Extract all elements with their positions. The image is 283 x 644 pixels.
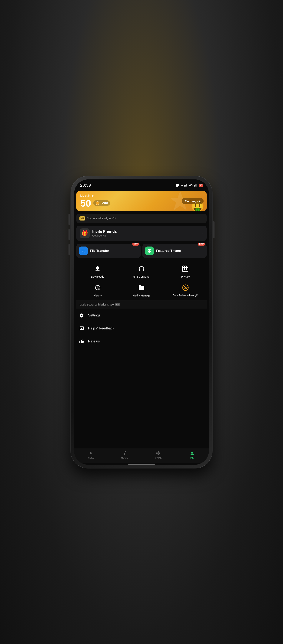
help-feedback-label: Help & Feedback — [88, 326, 114, 330]
chevron-right-icon: › — [202, 231, 203, 236]
vip-badge: VIP — [79, 216, 85, 220]
signal-icon — [184, 184, 188, 186]
whatsapp-icon — [176, 184, 179, 187]
download-icon — [93, 264, 102, 274]
featured-theme-card[interactable]: NEW Featured Theme — [142, 244, 207, 258]
featured-theme-label: Featured Theme — [156, 249, 181, 253]
coin-banner[interactable]: My coin 50 +200 🤑 Exchange ▶ — [76, 191, 207, 211]
svg-text:AD: AD — [184, 287, 188, 289]
coin-amount: 50 — [80, 198, 91, 208]
exchange-button[interactable]: Exchange ▶ — [182, 198, 204, 204]
file-transfer-icon — [79, 246, 88, 255]
battery-icon: 18 — [199, 184, 203, 187]
svg-rect-7 — [196, 184, 197, 186]
mp3-converter-label: MP3 Converter — [133, 275, 150, 278]
help-feedback-item[interactable]: Help & Feedback — [74, 322, 209, 335]
rate-us-item[interactable]: Rate us — [74, 335, 209, 348]
invite-text: Invite Friends Get free vip — [92, 229, 117, 237]
invite-title: Invite Friends — [92, 229, 117, 234]
phone-screen: 20:39 •• 4G — [74, 180, 209, 465]
phone-frame: 20:39 •• 4G — [71, 176, 212, 468]
tab-me[interactable]: ME — [175, 450, 209, 459]
svg-rect-3 — [187, 184, 187, 186]
file-transfer-label: File Transfer — [90, 249, 109, 253]
svg-rect-9 — [184, 268, 185, 270]
game-tab-icon — [155, 450, 161, 456]
tab-me-label: ME — [190, 457, 194, 459]
adfree-label: Get a 24-hour ad-free gift — [173, 294, 198, 297]
svg-rect-0 — [184, 185, 185, 186]
ad-banner: Music player with lyrics-Muso AD — [76, 300, 207, 309]
vip-banner: VIP You are already a VIP — [76, 214, 207, 223]
mp3-converter-item[interactable]: MP3 Converter — [120, 262, 164, 280]
svg-rect-4 — [194, 185, 195, 186]
vip-text: You are already a VIP — [87, 217, 116, 220]
invite-left: 🎁 Invite Friends Get free vip — [80, 228, 117, 238]
privacy-label: Privacy — [181, 275, 190, 278]
coin-bonus: +200 — [93, 200, 110, 206]
downloads-item[interactable]: Downloads — [76, 262, 120, 280]
settings-list: Settings Help & Feedback — [74, 309, 209, 348]
tab-video-label: VIDEO — [88, 457, 95, 459]
privacy-item[interactable]: Privacy — [163, 262, 207, 280]
tab-bar: VIDEO MUSIC GAME — [74, 448, 209, 463]
adfree-item[interactable]: AD Get a 24-hour ad-free gift — [163, 280, 207, 299]
main-content: My coin 50 +200 🤑 Exchange ▶ — [74, 190, 209, 465]
new-badge: NEW — [198, 243, 205, 246]
tab-music-label: MUSIC — [121, 457, 128, 459]
svg-rect-10 — [186, 268, 187, 270]
theme-icon — [145, 246, 154, 255]
feature-grid: HOT File Transfer NEW Fea — [76, 244, 207, 258]
spacer — [74, 348, 209, 448]
downloads-label: Downloads — [91, 275, 104, 278]
tab-music[interactable]: MUSIC — [108, 450, 142, 459]
invite-subtitle: Get free vip — [92, 234, 117, 237]
video-tab-icon — [88, 450, 94, 456]
person-tab-icon — [189, 450, 195, 456]
settings-item[interactable]: Settings — [74, 309, 209, 322]
settings-label: Settings — [88, 314, 100, 318]
home-indicator — [128, 464, 155, 465]
exchange-arrow: ▶ — [199, 200, 201, 202]
svg-rect-6 — [195, 184, 196, 186]
tab-game-label: GAME — [155, 457, 162, 459]
play-icon — [92, 194, 94, 197]
hot-badge: HOT — [132, 243, 139, 246]
folder-icon — [137, 283, 146, 292]
svg-rect-14 — [81, 328, 83, 328]
svg-rect-5 — [195, 185, 195, 186]
history-icon — [93, 283, 102, 292]
privacy-icon — [181, 264, 190, 274]
svg-rect-1 — [185, 185, 186, 186]
status-bar: 20:39 •• 4G — [74, 180, 209, 190]
invite-card[interactable]: 🎁 Invite Friends Get free vip › — [76, 226, 207, 241]
rate-us-label: Rate us — [88, 340, 100, 344]
chat-icon — [79, 326, 85, 332]
status-icons: •• 4G 18 — [176, 184, 203, 187]
menu-grid: Downloads MP3 Converter — [76, 262, 207, 299]
media-manage-label: Media Manage — [133, 294, 150, 297]
headphone-icon — [137, 264, 146, 274]
history-label: History — [94, 294, 102, 297]
coin-icon — [96, 201, 99, 205]
media-manage-item[interactable]: Media Manage — [120, 280, 164, 299]
tab-game[interactable]: GAME — [142, 450, 175, 459]
file-transfer-card[interactable]: HOT File Transfer — [76, 244, 141, 258]
ad-text: Music player with lyrics-Muso — [79, 303, 114, 306]
history-item[interactable]: History — [76, 280, 120, 299]
tab-video[interactable]: VIDEO — [74, 450, 108, 459]
invite-icon: 🎁 — [80, 228, 90, 238]
ad-badge: AD — [115, 303, 120, 306]
gear-icon — [79, 312, 85, 318]
status-time: 20:39 — [80, 183, 91, 188]
signal-icon-2 — [194, 184, 197, 186]
svg-rect-2 — [186, 184, 186, 186]
thumbsup-icon — [79, 338, 85, 344]
adblock-icon: AD — [181, 283, 190, 292]
more-icon: •• — [181, 184, 183, 187]
network-type: 4G — [189, 184, 192, 186]
svg-rect-15 — [81, 328, 82, 328]
music-tab-icon — [122, 450, 128, 456]
